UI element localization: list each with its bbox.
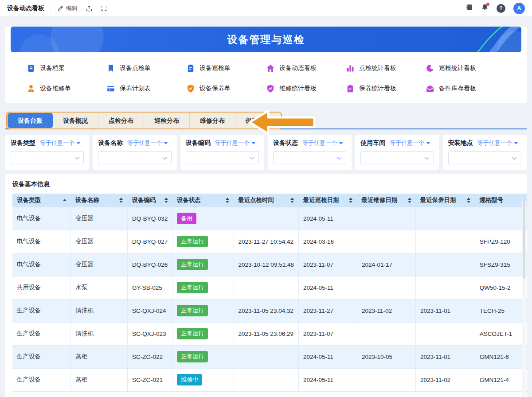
filter-select[interactable] — [448, 151, 521, 164]
nav-item-6[interactable]: 巡检统计看板 — [426, 64, 505, 73]
nav-item-12[interactable]: 备件库存看板 — [426, 84, 505, 93]
nav-item-label: 点检统计看板 — [359, 64, 396, 72]
help-icon[interactable]: ? — [497, 4, 505, 13]
tab-2[interactable]: 设备概况 — [53, 113, 98, 128]
tab-group: 设备台账设备概况点检分布巡检分布维修分布保养分布 — [8, 113, 281, 128]
topbar-right: ? A — [466, 3, 525, 14]
filter-label: 使用车间 — [360, 139, 385, 147]
filter-select[interactable] — [360, 151, 434, 164]
filter-select[interactable] — [186, 151, 259, 164]
table-cell — [234, 276, 298, 299]
filter-operator-dropdown[interactable]: 等于任意一个 — [390, 139, 430, 147]
chevron-down-icon — [512, 155, 517, 160]
table-cell: 维修中 — [172, 368, 234, 391]
nav-item-3[interactable]: 设备巡检单 — [186, 64, 266, 73]
nav-item-4[interactable]: 设备动态看板 — [266, 64, 346, 73]
tab-4[interactable]: 巡检分布 — [144, 113, 190, 128]
notification-button[interactable] — [481, 4, 489, 13]
table-cell: 2023-11-01 — [416, 345, 475, 368]
table-cell: 正常运行 — [172, 299, 234, 322]
nav-item-label: 设备档案 — [40, 64, 65, 72]
filter-select[interactable] — [98, 151, 171, 164]
banner: 设备管理与巡检 — [11, 27, 521, 52]
nav-item-label: 设备保养单 — [200, 85, 231, 93]
table-cell: 生产设备 — [12, 345, 71, 368]
column-header-5[interactable]: 最近点检时间 — [234, 194, 298, 207]
filter-select[interactable] — [273, 151, 346, 164]
table-cell: SC-ZG-021 — [127, 368, 172, 391]
column-header-1[interactable]: 设备类型 — [12, 194, 71, 207]
table-cell — [357, 207, 415, 230]
worker-icon — [27, 84, 35, 93]
table-cell: SFSZ9-315 — [475, 253, 527, 276]
filter-card-4: 设备状态等于任意一个 — [268, 135, 352, 170]
table-scrollbar-thumb[interactable] — [523, 199, 525, 279]
filter-head: 使用车间等于任意一个 — [360, 139, 434, 147]
filter-operator-dropdown[interactable]: 等于任意一个 — [477, 139, 518, 147]
filter-card-6: 安装地点等于任意一个 — [443, 135, 527, 170]
nav-item-2[interactable]: 设备点检单 — [106, 64, 186, 73]
share-button[interactable] — [86, 5, 93, 12]
nav-item-11[interactable]: 保养统计看板 — [346, 84, 426, 93]
filter-select[interactable] — [11, 151, 84, 164]
table-cell — [475, 207, 527, 230]
header-card: 设备管理与巡检 设备档案设备点检单设备巡检单设备动态看板点检统计看板巡检统计看板… — [5, 27, 527, 103]
tab-1[interactable]: 设备台账 — [8, 113, 53, 128]
column-header-6[interactable]: 最近巡检日期 — [298, 194, 357, 207]
column-header-9[interactable]: 规格型号 — [475, 194, 527, 207]
table-cell: GY-SB-025 — [127, 276, 172, 299]
table-cell: 2024-03-16 — [298, 230, 357, 253]
filter-card-2: 设备名称等于任意一个 — [93, 135, 176, 170]
notification-badge — [486, 3, 489, 6]
nav-item-label: 设备巡检单 — [200, 64, 231, 72]
tab-5[interactable]: 维修分布 — [190, 113, 235, 128]
table-cell — [416, 322, 475, 345]
table-scrollbar[interactable] — [522, 199, 526, 397]
filter-operator-dropdown[interactable]: 等于任意一个 — [40, 139, 81, 147]
nav-item-10[interactable]: 维修统计看板 — [266, 84, 346, 93]
equipment-table: 设备类型设备名称设备编码设备状态最近点检时间最近巡检日期最近维修日期最近保养日期… — [12, 194, 527, 392]
nav-item-9[interactable]: 设备保养单 — [186, 84, 266, 93]
column-header-2[interactable]: 设备名称 — [71, 194, 128, 207]
nav-item-1[interactable]: 设备档案 — [27, 64, 106, 73]
edit-pencil-icon — [57, 5, 64, 12]
table-cell: 正常运行 — [172, 276, 234, 299]
sort-icon — [164, 198, 168, 203]
fullscreen-button[interactable] — [101, 5, 107, 12]
notebook-button[interactable] — [466, 4, 473, 13]
filter-operator-label: 等于任意一个 — [40, 139, 74, 147]
nav-item-5[interactable]: 点检统计看板 — [346, 64, 426, 73]
table-row: 生产设备清洗机SC-QXJ-024正常运行2023-11-05 23:04:32… — [12, 299, 527, 322]
filter-head: 设备类型等于任意一个 — [11, 139, 84, 147]
nav-item-label: 巡检统计看板 — [439, 64, 476, 72]
tab-3[interactable]: 点检分布 — [98, 113, 144, 128]
column-header-label: 设备类型 — [17, 196, 41, 204]
nav-grid: 设备档案设备点检单设备巡检单设备动态看板点检统计看板巡检统计看板设备维修单保养计… — [5, 52, 527, 96]
filter-label: 设备状态 — [273, 139, 298, 147]
filter-operator-label: 等于任意一个 — [215, 139, 250, 147]
table-cell — [416, 276, 475, 299]
filter-card-3: 设备编码等于任意一个 — [180, 135, 264, 170]
table-cell: 电气设备 — [12, 207, 71, 230]
column-header-8[interactable]: 最近保养日期 — [416, 194, 475, 207]
table-cell: 2023-11-01 — [416, 299, 475, 322]
column-header-4[interactable]: 设备状态 — [172, 194, 234, 207]
nav-item-8[interactable]: 保养计划表 — [106, 84, 186, 93]
column-header-3[interactable]: 设备编码 — [127, 194, 172, 207]
sort-icon — [119, 198, 123, 203]
filter-operator-label: 等于任意一个 — [390, 139, 424, 147]
column-header-7[interactable]: 最近维修日期 — [357, 194, 415, 207]
table-cell: 变压器 — [71, 207, 128, 230]
edit-button[interactable]: 编辑 — [57, 4, 78, 12]
table-cell: 2023-11-02 — [416, 368, 475, 391]
filter-head: 设备状态等于任意一个 — [273, 139, 346, 147]
table-cell: SC-ZG-022 — [127, 345, 172, 368]
nav-item-7[interactable]: 设备维修单 — [27, 84, 106, 93]
table-cell: 电气设备 — [12, 230, 71, 253]
filter-operator-dropdown[interactable]: 等于任意一个 — [302, 139, 343, 147]
filter-operator-dropdown[interactable]: 等于任意一个 — [127, 139, 168, 147]
banner-title: 设备管理与巡检 — [227, 33, 305, 47]
table-cell — [416, 230, 475, 253]
filter-operator-dropdown[interactable]: 等于任意一个 — [215, 139, 256, 147]
avatar[interactable]: A — [513, 3, 525, 14]
